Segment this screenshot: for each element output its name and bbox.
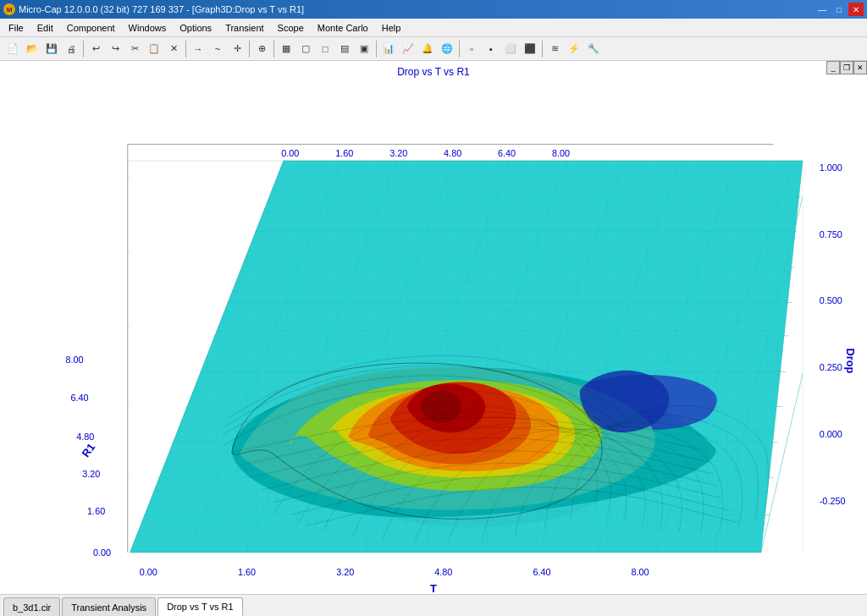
maximize-button[interactable]: □	[831, 3, 847, 16]
svg-text:3.20: 3.20	[336, 567, 354, 577]
sep4	[273, 41, 274, 58]
print-btn[interactable]: 🖨	[62, 40, 80, 58]
svg-text:1.60: 1.60	[87, 506, 105, 516]
svg-text:1.000: 1.000	[820, 162, 842, 173]
tool2-btn[interactable]: ⚡	[565, 40, 583, 58]
sq1-btn[interactable]: ▫	[462, 40, 481, 58]
inner-restore-button[interactable]: ❐	[840, 61, 853, 74]
svg-text:6.40: 6.40	[70, 393, 88, 403]
inner-minimize-button[interactable]: _	[826, 61, 840, 74]
curve-btn[interactable]: ~	[208, 40, 227, 58]
sep7	[542, 41, 543, 58]
svg-text:0.250: 0.250	[820, 362, 842, 372]
t1-btn[interactable]: ▦	[277, 40, 295, 58]
svg-text:8.00: 8.00	[632, 567, 649, 577]
svg-text:-0.250: -0.250	[820, 496, 846, 506]
svg-text:4.80: 4.80	[444, 148, 461, 158]
tab-1[interactable]: Transient Analysis	[62, 597, 156, 616]
svg-text:0.00: 0.00	[140, 567, 157, 577]
svg-text:1.60: 1.60	[238, 567, 256, 577]
sq4-btn[interactable]: ⬛	[521, 40, 539, 58]
titlebar: M Micro-Cap 12.0.0.0 (32 bit) 727 169 33…	[0, 0, 867, 19]
tool3-btn[interactable]: 🔧	[584, 40, 603, 58]
menu-item-scope[interactable]: Scope	[271, 19, 311, 36]
svg-text:8.00: 8.00	[66, 355, 84, 365]
menu-item-monte-carlo[interactable]: Monte Carlo	[311, 19, 375, 36]
titlebar-left: M Micro-Cap 12.0.0.0 (32 bit) 727 169 33…	[3, 3, 304, 15]
cut-btn[interactable]: ✂	[125, 40, 144, 58]
svg-text:0.750: 0.750	[820, 229, 842, 239]
arrow-btn[interactable]: →	[189, 40, 207, 58]
inner-close-button[interactable]: ✕	[853, 61, 867, 74]
sep6	[459, 41, 460, 58]
t5-btn[interactable]: ▣	[355, 40, 373, 58]
t2-btn[interactable]: ▢	[296, 40, 315, 58]
menu-item-edit[interactable]: Edit	[30, 19, 60, 36]
copy-btn[interactable]: 📋	[145, 40, 163, 58]
t3-btn[interactable]: □	[316, 40, 334, 58]
svg-text:Drop: Drop	[844, 348, 857, 373]
menubar: FileEditComponentWindowsOptionsTransient…	[0, 19, 867, 37]
svg-text:3.20: 3.20	[389, 148, 407, 158]
menu-item-transient[interactable]: Transient	[218, 19, 270, 36]
graph-area[interactable]: _ ❐ ✕ Drop vs T vs R1	[0, 61, 867, 594]
svg-text:4.80: 4.80	[434, 567, 452, 577]
sep2	[185, 41, 186, 58]
open-btn[interactable]: 📂	[23, 40, 41, 58]
save-btn[interactable]: 💾	[42, 40, 61, 58]
globe-btn[interactable]: 🌐	[438, 40, 456, 58]
main-content: _ ❐ ✕ Drop vs T vs R1	[0, 61, 867, 594]
svg-text:T: T	[430, 582, 437, 594]
menu-item-windows[interactable]: Windows	[122, 19, 174, 36]
svg-text:0.000: 0.000	[820, 429, 842, 439]
cross-btn[interactable]: ✛	[228, 40, 246, 58]
undo-btn[interactable]: ↩	[86, 40, 105, 58]
menu-item-options[interactable]: Options	[173, 19, 218, 36]
t4-btn[interactable]: ▤	[335, 40, 354, 58]
sep5	[376, 41, 377, 58]
toolbar: 📄📂💾🖨↩↪✂📋✕→~✛⊕▦▢□▤▣📊📈🔔🌐▫▪⬜⬛≋⚡🔧	[0, 37, 867, 61]
chart-btn[interactable]: 📊	[379, 40, 398, 58]
menu-item-file[interactable]: File	[2, 19, 30, 36]
svg-text:0.00: 0.00	[281, 148, 299, 158]
graph-title: Drop vs T vs R1	[397, 66, 470, 78]
close-button[interactable]: ✕	[848, 3, 864, 16]
svg-text:4.80: 4.80	[76, 432, 94, 442]
statusbar: b_3d1.cirTransient AnalysisDrop vs T vs …	[0, 594, 867, 616]
minimize-button[interactable]: —	[815, 3, 830, 16]
zoom-in-btn[interactable]: ⊕	[252, 40, 271, 58]
sep3	[249, 41, 250, 58]
bell-btn[interactable]: 🔔	[418, 40, 437, 58]
titlebar-title: Micro-Cap 12.0.0.0 (32 bit) 727 169 337 …	[19, 4, 304, 14]
svg-text:6.40: 6.40	[498, 148, 516, 158]
svg-text:0.500: 0.500	[820, 295, 842, 305]
sep1	[83, 41, 84, 58]
app-icon: M	[3, 3, 15, 15]
svg-text:8.00: 8.00	[552, 148, 570, 158]
sq3-btn[interactable]: ⬜	[501, 40, 520, 58]
redo-btn[interactable]: ↪	[106, 40, 124, 58]
titlebar-controls: — □ ✕	[815, 3, 864, 16]
chart2-btn[interactable]: 📈	[399, 40, 417, 58]
tab-2[interactable]: Drop vs T vs R1	[157, 597, 242, 616]
sq2-btn[interactable]: ▪	[482, 40, 500, 58]
svg-text:1.60: 1.60	[335, 148, 353, 158]
tool1-btn[interactable]: ≋	[545, 40, 564, 58]
menu-item-help[interactable]: Help	[375, 19, 408, 36]
svg-text:6.40: 6.40	[533, 567, 550, 577]
tab-0[interactable]: b_3d1.cir	[3, 597, 60, 616]
svg-text:0.00: 0.00	[93, 547, 111, 558]
delete-btn[interactable]: ✕	[164, 40, 183, 58]
new-btn[interactable]: 📄	[3, 40, 22, 58]
plot-svg: 0.00 1.60 3.20 4.80 6.40 8.00 0.00 1.60 …	[0, 61, 867, 594]
svg-text:3.20: 3.20	[82, 469, 100, 479]
menu-item-component[interactable]: Component	[60, 19, 122, 36]
inner-window-controls: _ ❐ ✕	[826, 61, 867, 74]
